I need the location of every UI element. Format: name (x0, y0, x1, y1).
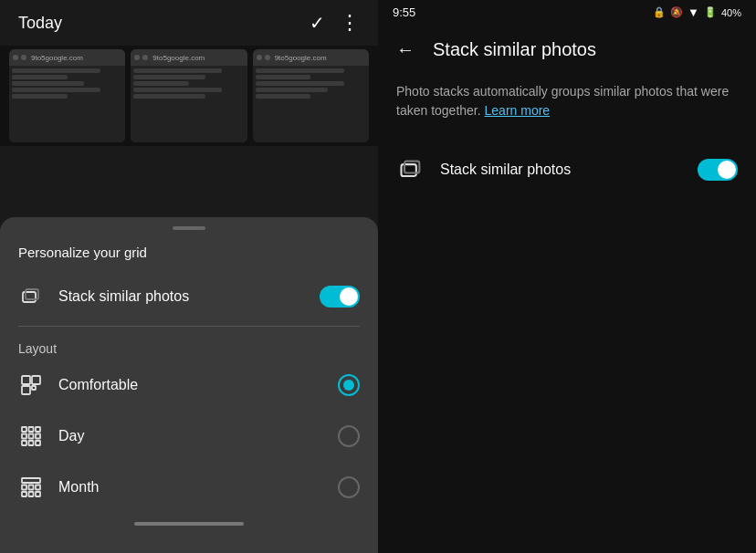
back-button[interactable]: ← (396, 39, 415, 60)
layout-month-row[interactable]: Month (0, 462, 378, 513)
wifi-icon: ▼ (688, 5, 699, 19)
divider (18, 326, 360, 327)
day-icon (18, 423, 44, 449)
stack-label: Stack similar photos (58, 288, 320, 305)
left-panel: Today ✓ ⋮ 9to5google.com (0, 0, 378, 553)
svg-rect-21 (36, 492, 40, 496)
right-toggle-knob (718, 161, 736, 179)
left-topbar-title: Today (18, 14, 62, 33)
right-stack-icon (396, 155, 425, 184)
svg-rect-12 (22, 441, 26, 445)
battery-text: 40% (721, 7, 741, 18)
right-panel: 9:55 🔒 🔕 ▼ 🔋 40% ← Stack similar photos … (378, 0, 756, 553)
month-radio[interactable] (338, 476, 360, 498)
right-header: ← Stack similar photos (396, 25, 738, 75)
svg-rect-14 (36, 441, 40, 445)
svg-rect-3 (32, 376, 40, 384)
status-time: 9:55 (393, 5, 415, 19)
mute-icon: 🔕 (670, 6, 683, 18)
left-topbar: Today ✓ ⋮ (0, 0, 378, 46)
home-indicator (134, 522, 244, 526)
tab-preview-1[interactable]: 9to5google.com (9, 49, 125, 142)
learn-more-link[interactable]: Learn more (485, 103, 551, 118)
svg-rect-20 (29, 492, 34, 496)
right-stack-label: Stack similar photos (440, 162, 698, 178)
svg-rect-4 (22, 386, 30, 394)
left-topbar-icons: ✓ ⋮ (310, 11, 360, 35)
month-label: Month (58, 479, 338, 496)
tab-preview-2[interactable]: 9to5google.com (131, 49, 247, 142)
svg-rect-15 (22, 478, 40, 483)
stack-icon (18, 284, 44, 309)
status-icons: 🔒 🔕 ▼ 🔋 40% (653, 5, 741, 19)
toggle-knob (340, 287, 358, 306)
svg-rect-16 (22, 485, 26, 490)
day-radio[interactable] (338, 425, 360, 447)
svg-rect-9 (22, 434, 26, 439)
right-stack-toggle[interactable] (698, 159, 738, 181)
battery-icon: 🔋 (704, 6, 717, 18)
right-description: Photo stacks automatically groups simila… (396, 75, 738, 142)
svg-rect-13 (29, 441, 34, 445)
comfortable-radio[interactable] (338, 374, 360, 396)
personalize-title: Personalize your grid (0, 245, 378, 271)
svg-rect-18 (36, 485, 40, 490)
status-bar: 9:55 🔒 🔕 ▼ 🔋 40% (378, 0, 756, 25)
description-text: Photo stacks automatically groups simila… (396, 84, 729, 118)
layout-label: Layout (0, 330, 378, 360)
svg-rect-17 (29, 485, 34, 490)
more-icon[interactable]: ⋮ (340, 11, 360, 35)
svg-rect-7 (29, 427, 34, 432)
tab-preview-3[interactable]: 9to5google.com (253, 49, 369, 142)
bottom-sheet-handle (173, 226, 205, 230)
svg-rect-10 (29, 434, 34, 439)
svg-rect-1 (26, 289, 38, 299)
bottom-sheet: Personalize your grid Stack similar phot… (0, 217, 378, 553)
day-label: Day (58, 428, 338, 444)
svg-rect-19 (22, 492, 26, 496)
layout-comfortable-row[interactable]: Comfortable (0, 360, 378, 411)
stack-toggle[interactable] (320, 286, 360, 308)
svg-rect-2 (22, 376, 30, 384)
browser-tabs-area: 9to5google.com 9to5google.com (0, 46, 378, 146)
month-icon (18, 475, 44, 500)
comfortable-icon (18, 372, 44, 398)
right-page-title: Stack similar photos (433, 39, 596, 60)
svg-rect-5 (32, 386, 36, 390)
comfortable-label: Comfortable (58, 377, 338, 393)
lock-icon: 🔒 (653, 6, 666, 18)
comfortable-radio-fill (343, 380, 354, 391)
svg-rect-6 (22, 427, 26, 432)
layout-day-row[interactable]: Day (0, 411, 378, 462)
right-stack-row[interactable]: Stack similar photos (396, 142, 738, 197)
svg-rect-8 (36, 427, 40, 432)
stack-similar-row[interactable]: Stack similar photos (0, 271, 378, 322)
right-content: ← Stack similar photos Photo stacks auto… (378, 25, 756, 553)
check-icon[interactable]: ✓ (310, 12, 325, 34)
svg-rect-11 (36, 434, 40, 439)
